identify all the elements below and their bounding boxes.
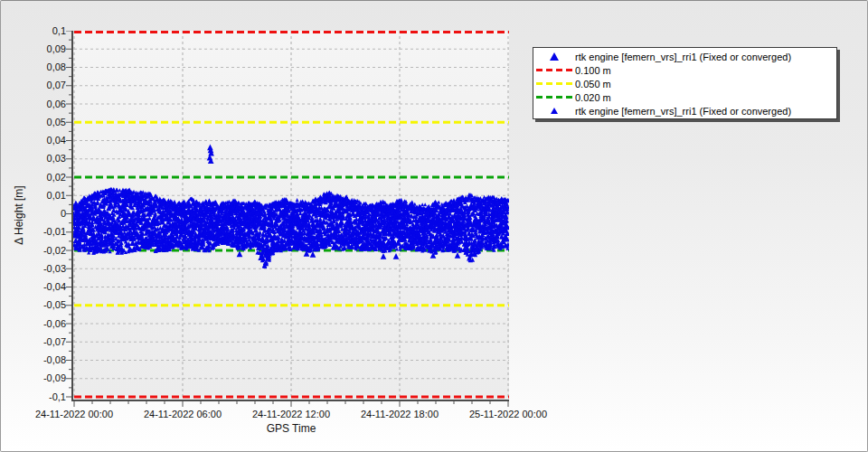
dash-swatch [536, 82, 572, 85]
legend-item: rtk engine [femern_vrs]_rri1 (Fixed or c… [533, 104, 836, 118]
triangle-marker [550, 52, 559, 61]
y-tick-label: 0,06 [1, 99, 66, 110]
y-tick-label: 0,02 [1, 172, 66, 184]
x-axis-ticks [71, 401, 511, 409]
y-tick-label: -0,03 [1, 263, 66, 275]
legend-item: 0.050 m [533, 77, 836, 90]
y-tick-label: 0,01 [1, 190, 66, 202]
legend-item: 0.020 m [533, 90, 836, 104]
scatter-data-canvas [73, 31, 509, 400]
legend: rtk engine [femern_vrs]_rri1 (Fixed or c… [533, 47, 837, 119]
y-tick-label: 0,08 [1, 61, 66, 73]
y-tick-label: -0,05 [1, 299, 66, 311]
triangle-marker [551, 108, 558, 114]
y-tick-label: 0,03 [1, 153, 66, 165]
legend-label: rtk engine [femern_vrs]_rri1 (Fixed or c… [575, 106, 791, 117]
legend-item: rtk engine [femern_vrs]_rri1 (Fixed or c… [533, 50, 836, 63]
dash-swatch [536, 96, 572, 99]
y-tick-label: 0 [1, 208, 66, 220]
dashed-line-icon [533, 96, 575, 99]
gridlines-and-threshold-lines [73, 31, 509, 400]
dashed-line-icon [533, 82, 575, 85]
plot-area [71, 31, 509, 401]
legend-item: 0.100 m [533, 63, 836, 77]
legend-label: 0.100 m [575, 65, 611, 76]
y-tick-label: -0,04 [1, 281, 66, 293]
x-tick-label: 25-11-2022 00:00 [440, 409, 576, 420]
y-tick-label: -0,02 [1, 245, 66, 257]
y-tick-label: 0,04 [1, 135, 66, 146]
dashed-line-icon [533, 69, 575, 71]
dash-swatch [536, 69, 572, 71]
y-tick-label: 0,05 [1, 117, 66, 128]
legend-label: rtk engine [femern_vrs]_rri1 (Fixed or c… [575, 52, 791, 62]
legend-label: 0.020 m [575, 92, 611, 103]
y-tick-label: -0,01 [1, 226, 66, 238]
legend-label: 0.050 m [575, 79, 611, 89]
triangle-marker-icon [533, 52, 575, 61]
y-tick-label: -0,08 [1, 354, 66, 366]
y-tick-label: -0,06 [1, 318, 66, 330]
y-tick-label: -0,1 [1, 391, 66, 403]
y-tick-label: 0,1 [1, 25, 66, 37]
y-tick-label: -0,09 [1, 372, 66, 384]
y-tick-label: 0,07 [1, 80, 66, 91]
y-tick-label: 0,09 [1, 43, 66, 55]
triangle-marker-icon [533, 108, 575, 114]
x-axis-title: GPS Time [223, 422, 359, 435]
y-tick-label: -0,07 [1, 336, 66, 348]
rtk-height-chart: Δ Height [m] GPS Time 0,10,090,080,070,0… [0, 0, 868, 452]
